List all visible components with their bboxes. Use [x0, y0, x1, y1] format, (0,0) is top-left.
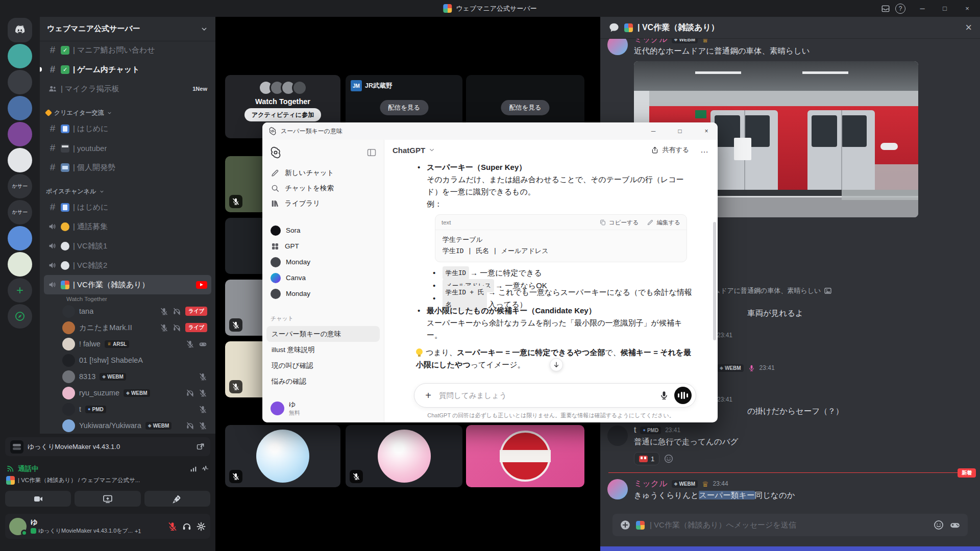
server-icon[interactable] — [8, 44, 32, 68]
voice-member[interactable]: t●PMD — [44, 401, 211, 417]
account-button[interactable]: ゆ 無料 — [266, 398, 380, 418]
edit-code-button[interactable]: 編集する — [647, 216, 680, 229]
add-server-button[interactable]: + — [8, 278, 32, 303]
sidebar-app-sora[interactable]: Sora — [266, 222, 380, 238]
voice-member[interactable]: カニたまMark.IIライブ — [44, 319, 211, 336]
screenshare-button[interactable] — [75, 491, 140, 507]
channel-item[interactable]: | マイクラ掲示板1New — [44, 79, 211, 98]
chat-history-item[interactable]: 現の叫び確認 — [266, 358, 380, 373]
channel-item[interactable]: #| はじめに — [44, 197, 211, 217]
maximize-button[interactable]: □ — [669, 122, 691, 140]
sidebar-item-pencil[interactable]: 新しいチャット — [266, 165, 380, 181]
reaction-pill[interactable]: 1 — [634, 452, 659, 465]
maximize-button[interactable]: □ — [934, 0, 955, 17]
video-tile[interactable] — [225, 425, 340, 487]
activities-button[interactable] — [144, 491, 210, 507]
sidebar-app-monday[interactable]: Monday — [266, 254, 380, 270]
minimize-button[interactable]: ─ — [912, 0, 933, 17]
emoji-button[interactable] — [933, 519, 944, 531]
reactions: 1 — [634, 452, 972, 465]
voice-member[interactable]: 8313◆WEBM — [44, 368, 211, 385]
channel-item[interactable]: | VC雑談2 — [44, 256, 211, 275]
popout-icon[interactable] — [196, 442, 205, 452]
channel-item[interactable]: #| youtuber — [44, 138, 211, 158]
more-options-button[interactable]: … — [700, 146, 709, 154]
server-icon[interactable]: かサー — [8, 174, 32, 198]
server-icon[interactable] — [8, 226, 32, 251]
sidebar-item-library[interactable]: ライブラリ — [266, 196, 380, 211]
avatar[interactable] — [607, 479, 628, 499]
server-icon[interactable] — [8, 148, 32, 172]
voice-mode-button[interactable] — [674, 387, 692, 404]
sidebar-app-canva[interactable]: Canva — [266, 270, 380, 286]
server-icon[interactable] — [8, 96, 32, 120]
settings-button[interactable] — [196, 521, 206, 532]
deafen-button[interactable] — [182, 521, 192, 532]
voice-member[interactable]: Yukiwara/Yukiwara◆WEBM — [44, 417, 211, 434]
channel-item[interactable]: #| はじめに — [44, 119, 211, 138]
avatar[interactable] — [607, 425, 628, 446]
dictate-button[interactable] — [659, 390, 669, 400]
chat-history-item[interactable]: スーパー類キーの意味 — [266, 326, 380, 342]
minimize-button[interactable]: ─ — [642, 122, 665, 140]
author-name[interactable]: t — [634, 425, 636, 435]
chatgpt-titlebar[interactable]: スーパー類キーの意味 ─ □ × — [262, 122, 718, 140]
message-input[interactable]: | VC作業（雑談あり）へメッセージを送信 — [612, 514, 968, 536]
server-icon[interactable] — [8, 252, 32, 277]
server-icon[interactable]: かサー — [8, 200, 32, 224]
add-attachment-button[interactable]: + — [423, 390, 434, 402]
server-icon[interactable] — [8, 70, 32, 94]
category-header[interactable]: クリエイター交流 — [44, 107, 211, 119]
call-channel-row[interactable]: | VC作業（雑談あり） / ウェブマニア公式サ... — [6, 476, 209, 485]
gif-button[interactable] — [949, 519, 961, 531]
scrollbar[interactable] — [713, 222, 716, 340]
sidebar-item-search[interactable]: チャットを検索 — [266, 181, 380, 196]
voice-member[interactable]: ryu_suzume◆WEBM — [44, 385, 211, 401]
watch-stream-button[interactable]: 配信を見る — [380, 100, 428, 115]
voice-member[interactable]: ! falwe♕ARSL — [44, 336, 211, 352]
author-name[interactable]: ミックル — [634, 39, 668, 45]
channel-item[interactable]: | 通話募集 — [44, 217, 211, 236]
chat-history-item[interactable]: illust 意味説明 — [266, 342, 380, 358]
voice-member[interactable]: tanaライブ — [44, 303, 211, 319]
channel-item[interactable]: #| 個人開発勢 — [44, 158, 211, 177]
model-selector[interactable]: ChatGPT — [393, 146, 425, 155]
watch-stream-button[interactable]: 配信を見る — [501, 100, 549, 115]
prompt-input[interactable]: + 質問してみましょう — [414, 383, 696, 408]
voice-member[interactable]: 01 [!shw] ShabeleA — [44, 352, 211, 368]
collapse-sidebar-icon[interactable] — [366, 147, 377, 158]
input-placeholder: | VC作業（雑談あり）へメッセージを送信 — [650, 520, 796, 530]
chat-history-item[interactable]: 悩みの確認 — [266, 373, 380, 389]
server-header[interactable]: ウェブマニア公式サーバー — [40, 17, 215, 41]
activity-card[interactable]: ゆっくりMovieMaker v4.43.1.0 — [5, 437, 210, 456]
server-icon[interactable] — [8, 122, 32, 146]
channel-item[interactable]: | VC作業（雑談あり） — [44, 275, 211, 294]
explore-servers-button[interactable] — [8, 304, 32, 329]
share-button[interactable]: 共有する — [651, 145, 689, 155]
close-button[interactable]: × — [695, 122, 718, 140]
video-tile[interactable] — [466, 425, 584, 487]
category-header[interactable]: ボイスチャンネル — [44, 185, 211, 197]
sidebar-app-gpt[interactable]: GPT — [266, 238, 380, 254]
avatar[interactable] — [607, 39, 628, 55]
home-button[interactable] — [8, 18, 32, 42]
copy-code-button[interactable]: コピーする — [599, 216, 639, 229]
noise-suppression-icon[interactable] — [201, 465, 209, 473]
mute-button[interactable] — [167, 521, 178, 532]
help-icon[interactable]: ? — [895, 4, 905, 14]
scroll-to-bottom-button[interactable] — [550, 358, 563, 371]
camera-button[interactable] — [5, 491, 71, 507]
avatar[interactable] — [9, 518, 27, 535]
close-panel-button[interactable]: × — [965, 21, 972, 34]
channel-item[interactable]: #✓| マニア鯖お問い合わせ — [44, 40, 211, 60]
author-name[interactable]: ミックル — [634, 479, 668, 489]
sidebar-app-monday[interactable]: Monday — [266, 286, 380, 302]
close-button[interactable]: × — [957, 0, 978, 17]
join-activity-button[interactable]: アクティビティに参加 — [244, 108, 321, 121]
signal-icon[interactable] — [189, 465, 198, 473]
attach-button[interactable] — [620, 519, 631, 531]
channel-item[interactable]: #✓| ゲーム内チャット — [44, 60, 211, 79]
inbox-icon[interactable] — [881, 4, 890, 13]
video-tile[interactable] — [346, 425, 462, 487]
channel-item[interactable]: | VC雑談1 — [44, 236, 211, 256]
